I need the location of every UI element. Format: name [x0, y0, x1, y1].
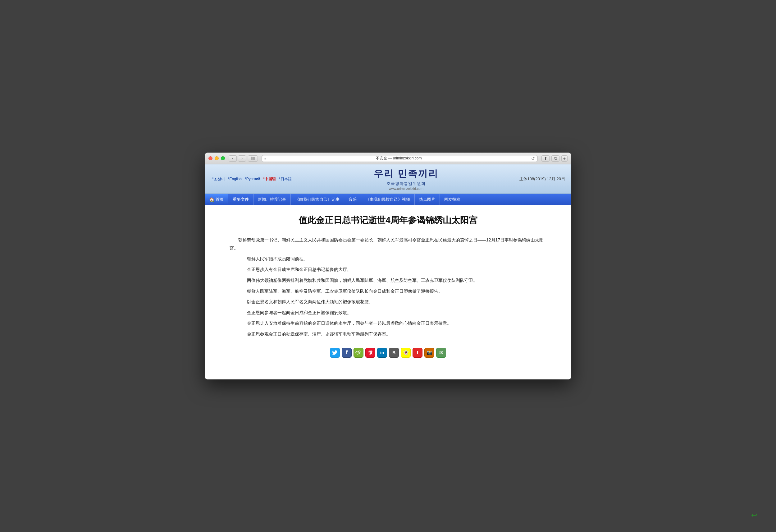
nav-bar: 🏠 首页 重要文件 新闻、推荐记事 《由我们民族自己》记事 音乐 《由我们民族自…	[205, 194, 571, 205]
lang-japanese[interactable]: °日本語	[278, 176, 293, 182]
nav-submit[interactable]: 网友投稿	[440, 194, 465, 205]
svg-rect-1	[252, 157, 255, 158]
nav-news[interactable]: 新闻、推荐记事	[253, 194, 291, 205]
add-button[interactable]: +	[561, 155, 568, 162]
nav-home[interactable]: 🏠 首页	[205, 194, 228, 205]
share-weibo[interactable]: 微	[365, 348, 375, 358]
lang-joseon[interactable]: °조선어	[211, 176, 226, 182]
article-body: 朝鲜劳动党第一书记、朝鲜民主主义人民共和国国防委员会第一委员长、朝鲜人民军最高司…	[230, 236, 546, 338]
share-snapchat[interactable]: 👻	[401, 348, 411, 358]
menu-icon: ≡	[264, 157, 266, 160]
lang-english[interactable]: °English	[227, 176, 243, 182]
logo-korean-text: 우리 민족끼리	[374, 168, 439, 180]
svg-rect-0	[251, 157, 252, 160]
back-button[interactable]: ‹	[229, 155, 237, 162]
social-share-bar: f 微	[230, 348, 546, 364]
new-tab-button[interactable]: ⧉	[551, 155, 560, 162]
address-text: 不安全 — uriminzokkiri.com	[268, 156, 529, 161]
logo-url: www.uriminzokkiri.com	[389, 187, 423, 190]
svg-point-8	[359, 352, 359, 352]
website-content: °조선어 °English °Русский °中国语 °日本語 우리 민족끼리…	[205, 164, 571, 379]
address-bar[interactable]: ≡ 不安全 — uriminzokkiri.com ↺	[261, 155, 538, 162]
traffic-lights	[208, 156, 225, 160]
para-9: 金正恩参观金正日的勋章保存室、泪厅、史迹轿车电动车游船列车保存室。	[230, 330, 546, 338]
nav-videos[interactable]: 《由我们民族自己》视频	[361, 194, 415, 205]
nav-music[interactable]: 音乐	[344, 194, 361, 205]
svg-point-5	[357, 352, 357, 353]
site-header: °조선어 °English °Русский °中国语 °日本語 우리 민족끼리…	[205, 164, 571, 194]
main-content: 值此金正日总书记逝世4周年参谒锦绣山太阳宫 朝鲜劳动党第一书记、朝鲜民主主义人民…	[205, 205, 571, 379]
para-8: 金正恩走入安放着保持生前容貌的金正日遗体的永生厅，同参与者一起以最虔敬的心情向金…	[230, 319, 546, 328]
forward-button[interactable]: ›	[238, 155, 246, 162]
title-bar: ‹ › ≡ 不安全 — uriminzokkiri.com ↺ ⬆ ⧉ +	[205, 153, 571, 164]
para-1: 朝鲜劳动党第一书记、朝鲜民主主义人民共和国国防委员会第一委员长、朝鲜人民军最高司…	[230, 236, 546, 252]
date-badge: 主体108(2019) 12月 20日	[520, 176, 565, 182]
share-wechat[interactable]	[354, 348, 364, 358]
lang-chinese[interactable]: °中国语	[262, 176, 277, 182]
reload-button[interactable]: ↺	[531, 156, 535, 161]
maximize-button[interactable]	[221, 156, 225, 160]
para-7: 金正恩同参与者一起向金日成和金正日塑像鞠躬致敬。	[230, 309, 546, 317]
share-email[interactable]: ✉	[436, 348, 446, 358]
share-band[interactable]: B	[389, 348, 399, 358]
share-photo[interactable]: 📸	[424, 348, 434, 358]
share-button[interactable]: ⬆	[542, 155, 550, 162]
language-bar: °조선어 °English °Русский °中国语 °日本語	[211, 176, 293, 182]
browser-window: ‹ › ≡ 不安全 — uriminzokkiri.com ↺ ⬆ ⧉ +	[205, 153, 571, 379]
close-button[interactable]	[208, 156, 212, 160]
svg-rect-2	[252, 158, 255, 159]
nav-photos[interactable]: 热点图片	[415, 194, 440, 205]
svg-point-9	[360, 352, 360, 352]
article-title: 值此金正日总书记逝世4周年参谒锦绣山太阳宫	[230, 214, 546, 226]
svg-point-4	[356, 351, 359, 354]
para-3: 金正恩步入有金日成主席和金正日总书记塑像的大厅。	[230, 265, 546, 274]
sidebar-button[interactable]	[248, 155, 258, 162]
nav-docs[interactable]: 重要文件	[228, 194, 253, 205]
share-facebook[interactable]: f	[342, 348, 352, 358]
lang-russian[interactable]: °Русский	[243, 176, 261, 182]
para-4: 两位伟大领袖塑像两旁排列着党旗和共和国国旗，朝鲜人民军陆军、海军、航空及防空军、…	[230, 276, 546, 285]
home-icon: 🏠	[209, 197, 214, 202]
para-2: 朝鲜人民军指挥成员陪同前往。	[230, 255, 546, 263]
share-linkedin[interactable]: in	[377, 348, 387, 358]
minimize-button[interactable]	[215, 156, 219, 160]
svg-rect-3	[252, 159, 255, 160]
para-6: 以金正恩名义和朝鲜人民军名义向两位伟大领袖的塑像敬献花篮。	[230, 298, 546, 306]
nav-stories[interactable]: 《由我们民族自己》记事	[291, 194, 344, 205]
share-twitter[interactable]	[330, 348, 340, 358]
site-logo: 우리 민족끼리 조국평화통일위원회 www.uriminzokkiri.com	[374, 168, 439, 190]
share-flipboard[interactable]: f	[412, 348, 422, 358]
logo-subtitle: 조국평화통일위원회	[386, 181, 426, 186]
para-5: 朝鲜人民军陆军、海军、航空及防空军、工农赤卫军仪仗队队长向金日成和金正日塑像做了…	[230, 287, 546, 296]
